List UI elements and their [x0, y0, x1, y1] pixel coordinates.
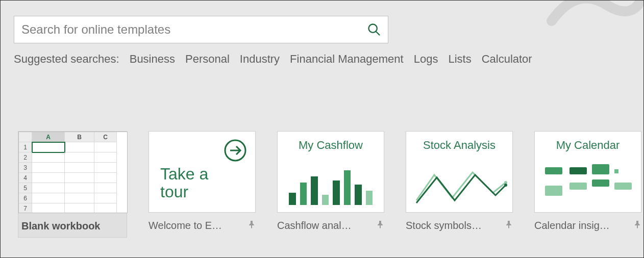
template-gallery: A B C 1 2 3 4 5 6 7	[18, 131, 641, 238]
calendar-title: My Calendar	[535, 139, 641, 152]
search-input[interactable]	[14, 22, 360, 37]
welcome-thumb: Take a tour	[148, 131, 256, 213]
tour-line2: tour	[160, 183, 188, 201]
suggested-link-business[interactable]: Business	[130, 53, 175, 66]
search-icon	[367, 22, 381, 37]
search-button[interactable]	[360, 16, 388, 43]
bar-chart-icon	[289, 164, 373, 205]
template-cashflow[interactable]: My Cashflow Cashflow anal…	[277, 131, 384, 238]
template-stock[interactable]: Stock Analysis Stock symbols…	[406, 131, 513, 238]
suggested-link-logs[interactable]: Logs	[414, 53, 438, 66]
stock-caption: Stock symbols…	[406, 220, 500, 231]
calendar-thumb: My Calendar	[534, 131, 641, 213]
suggested-link-industry[interactable]: Industry	[240, 53, 280, 66]
col-header-b: B	[65, 132, 94, 142]
template-calendar[interactable]: My Calendar Calendar insig…	[534, 131, 641, 238]
suggested-link-personal[interactable]: Personal	[185, 53, 230, 66]
row-header-3: 3	[19, 163, 32, 173]
cashflow-caption: Cashflow anal…	[277, 220, 371, 231]
blank-workbook-caption: Blank workbook	[18, 220, 127, 232]
suggested-link-calculator[interactable]: Calculator	[482, 53, 532, 66]
row-header-1: 1	[19, 142, 32, 152]
suggested-searches: Suggested searches: Business Personal In…	[14, 53, 532, 66]
tour-line1: Take a	[160, 165, 208, 183]
pin-icon[interactable]	[633, 220, 641, 231]
svg-line-1	[376, 32, 380, 35]
row-header-5: 5	[19, 183, 32, 193]
pin-icon[interactable]	[376, 220, 384, 231]
decorative-swirl	[541, 0, 644, 41]
col-header-a: A	[32, 132, 65, 142]
pin-icon[interactable]	[247, 220, 256, 231]
suggested-link-financial[interactable]: Financial Management	[290, 53, 404, 66]
cashflow-thumb: My Cashflow	[277, 131, 384, 213]
row-header-4: 4	[19, 173, 32, 183]
welcome-caption: Welcome to E…	[148, 220, 242, 231]
col-header-c: C	[94, 132, 117, 142]
row-header-2: 2	[19, 152, 32, 163]
arrow-right-circle-icon	[224, 139, 247, 162]
cashflow-title: My Cashflow	[278, 139, 384, 152]
stock-thumb: Stock Analysis	[406, 131, 513, 213]
suggested-link-lists[interactable]: Lists	[448, 53, 471, 66]
svg-point-5	[504, 184, 507, 187]
stock-title: Stock Analysis	[406, 139, 512, 152]
row-header-6: 6	[19, 193, 32, 203]
row-header-7: 7	[19, 203, 32, 213]
suggested-label: Suggested searches:	[14, 53, 119, 66]
template-welcome[interactable]: Take a tour Welcome to E…	[148, 131, 256, 238]
blank-workbook-thumb: A B C 1 2 3 4 5 6 7	[18, 132, 128, 213]
line-chart-icon	[406, 157, 513, 208]
pin-icon[interactable]	[505, 220, 513, 231]
template-blank-workbook[interactable]: A B C 1 2 3 4 5 6 7	[18, 131, 127, 238]
calendar-caption: Calendar insig…	[534, 220, 628, 231]
search-box	[14, 16, 388, 43]
